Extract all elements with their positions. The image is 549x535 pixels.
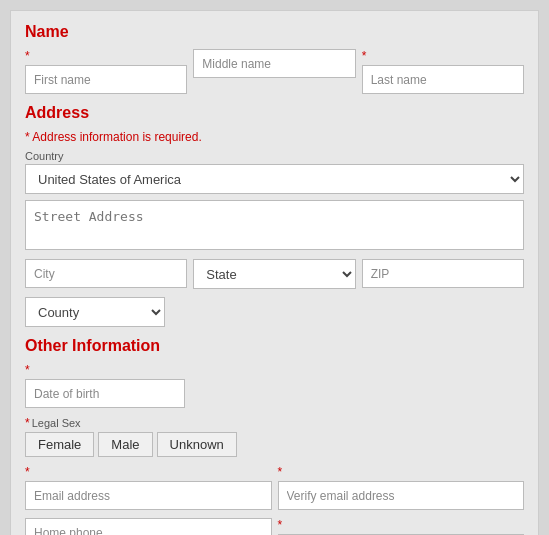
address-section-title: Address — [25, 104, 524, 122]
country-group: Country United States of America — [25, 150, 524, 194]
zip-input[interactable] — [362, 259, 524, 288]
dob-input[interactable] — [25, 379, 185, 408]
mobile-phone-group: * — [278, 518, 525, 535]
sex-unknown-button[interactable]: Unknown — [157, 432, 237, 457]
address-required-msg: * Address information is required. — [25, 130, 524, 144]
sex-male-button[interactable]: Male — [98, 432, 152, 457]
first-name-group: * — [25, 49, 187, 94]
phone-row: * — [25, 518, 524, 535]
email-input[interactable] — [25, 481, 272, 510]
country-label: Country — [25, 150, 524, 162]
dob-star: * — [25, 363, 30, 377]
name-row: * * — [25, 49, 524, 94]
legal-sex-label: Legal Sex — [32, 417, 81, 429]
first-name-star: * — [25, 49, 30, 63]
county-group: County — [25, 297, 524, 327]
street-address-input[interactable] — [25, 200, 524, 250]
state-select[interactable]: State — [193, 259, 355, 289]
county-select[interactable]: County — [25, 297, 165, 327]
verify-email-input[interactable] — [278, 481, 525, 510]
other-info-title: Other Information — [25, 337, 524, 355]
mobile-star: * — [278, 518, 283, 532]
verify-email-star: * — [278, 465, 283, 479]
home-phone-input[interactable] — [25, 518, 272, 535]
other-info-section: Other Information * * Legal Sex Female M… — [25, 337, 524, 535]
street-address-group — [25, 200, 524, 253]
address-star: * — [25, 130, 30, 144]
city-state-zip-row: State — [25, 259, 524, 289]
legal-sex-star: * — [25, 416, 30, 430]
city-input[interactable] — [25, 259, 187, 288]
first-name-input[interactable] — [25, 65, 187, 94]
middle-name-group — [193, 49, 355, 94]
email-star: * — [25, 465, 30, 479]
last-name-input[interactable] — [362, 65, 524, 94]
zip-group — [362, 259, 524, 289]
country-select[interactable]: United States of America — [25, 164, 524, 194]
legal-sex-buttons: Female Male Unknown — [25, 432, 524, 457]
email-row: * * — [25, 465, 524, 510]
legal-sex-group: * Legal Sex Female Male Unknown — [25, 416, 524, 457]
email-group: * — [25, 465, 272, 510]
state-group: State — [193, 259, 355, 289]
home-phone-group — [25, 518, 272, 535]
verify-email-group: * — [278, 465, 525, 510]
last-name-group: * — [362, 49, 524, 94]
name-section: Name * * — [25, 23, 524, 94]
registration-form: Name * * Address * Address informa — [10, 10, 539, 535]
city-group — [25, 259, 187, 289]
address-section: Address * Address information is require… — [25, 104, 524, 327]
last-name-star: * — [362, 49, 367, 63]
name-section-title: Name — [25, 23, 524, 41]
sex-female-button[interactable]: Female — [25, 432, 94, 457]
dob-group: * — [25, 363, 524, 408]
middle-name-input[interactable] — [193, 49, 355, 78]
